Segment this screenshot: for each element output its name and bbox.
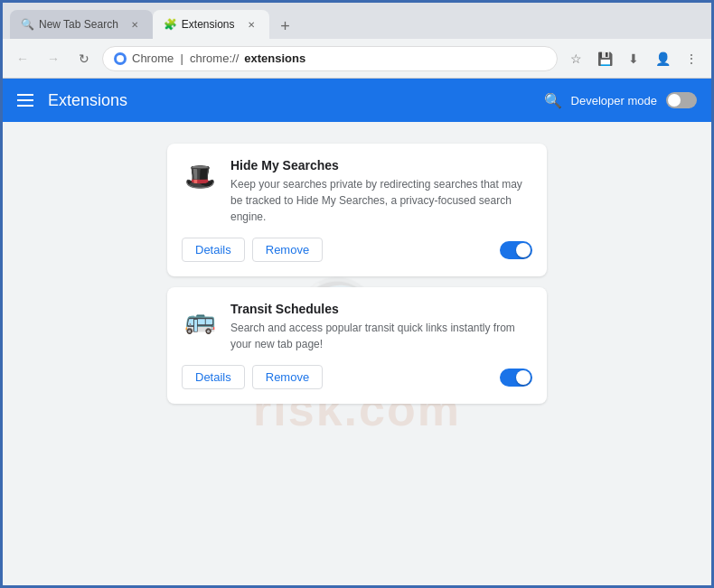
ext-card-top: 🚌 Transit Schedules Search and access po… xyxy=(182,302,532,352)
ext-card-bottom-2: Details Remove xyxy=(182,365,532,389)
puzzle-icon: 🧩 xyxy=(164,18,176,31)
hamburger-menu[interactable] xyxy=(17,94,33,107)
ext-toggle-2[interactable] xyxy=(500,369,532,387)
ext-icon-2: 🚌 xyxy=(182,302,218,338)
menu-dots-icon[interactable]: ⋮ xyxy=(679,46,704,71)
ext-card-bottom-1: Details Remove xyxy=(182,238,532,262)
tab-close-button[interactable]: ✕ xyxy=(127,17,142,32)
search-icon: 🔍 xyxy=(21,18,33,31)
address-bold: extensions xyxy=(244,51,305,65)
ext-info-1: Hide My Searches Keep your searches priv… xyxy=(230,158,532,225)
extensions-list: 🎩 Hide My Searches Keep your searches pr… xyxy=(167,144,547,404)
tab-label: New Tab Search xyxy=(39,18,118,31)
toolbar-icons: ☆ 💾 ⬇ 👤 ⋮ xyxy=(563,46,704,71)
hamburger-line xyxy=(17,99,33,101)
tab-new-tab-search[interactable]: 🔍 New Tab Search ✕ xyxy=(10,10,153,39)
ext-description-2: Search and access popular transit quick … xyxy=(230,320,532,352)
hamburger-line xyxy=(17,94,33,96)
browser-window: 🔍 New Tab Search ✕ 🧩 Extensions ✕ + ← → … xyxy=(0,0,714,588)
tab-bar: 🔍 New Tab Search ✕ 🧩 Extensions ✕ + xyxy=(3,3,711,39)
back-button[interactable]: ← xyxy=(10,46,35,71)
ext-details-button-2[interactable]: Details xyxy=(182,365,245,389)
new-tab-button[interactable]: + xyxy=(273,14,298,39)
ext-details-button-1[interactable]: Details xyxy=(182,238,245,262)
address-bar[interactable]: Chrome | chrome://extensions xyxy=(102,46,558,71)
app-title: Extensions xyxy=(48,91,530,110)
toggle-knob xyxy=(668,94,681,107)
tab-close-button[interactable]: ✕ xyxy=(244,17,258,32)
ext-remove-button-1[interactable]: Remove xyxy=(252,238,323,262)
developer-mode-label: Developer mode xyxy=(571,94,657,107)
hamburger-line xyxy=(17,105,33,107)
bookmark-icon[interactable]: ☆ xyxy=(563,46,588,71)
refresh-button[interactable]: ↻ xyxy=(71,46,97,71)
address-bar-area: ← → ↻ Chrome | chrome://extensions ☆ 💾 ⬇… xyxy=(3,39,711,79)
search-icon[interactable]: 🔍 xyxy=(544,92,562,109)
developer-mode-toggle[interactable] xyxy=(666,92,697,108)
app-header: Extensions 🔍 Developer mode xyxy=(3,79,711,122)
tab-label: Extensions xyxy=(182,18,235,31)
forward-button[interactable]: → xyxy=(41,46,66,71)
save-icon[interactable]: 💾 xyxy=(592,46,617,71)
header-right: 🔍 Developer mode xyxy=(544,92,697,109)
ext-description-1: Keep your searches private by redirectin… xyxy=(230,176,532,225)
extension-card-2: 🚌 Transit Schedules Search and access po… xyxy=(167,287,547,404)
toggle-knob xyxy=(516,243,531,257)
ext-remove-button-2[interactable]: Remove xyxy=(252,365,323,389)
ext-name-1: Hide My Searches xyxy=(230,158,532,173)
address-prefix: Chrome | chrome:// xyxy=(132,51,239,65)
chrome-logo xyxy=(114,52,127,65)
main-content: 🔍 risk.com 🎩 Hide My Searches Keep your … xyxy=(3,122,711,585)
tab-extensions[interactable]: 🧩 Extensions ✕ xyxy=(153,10,269,39)
ext-info-2: Transit Schedules Search and access popu… xyxy=(230,302,532,352)
ext-toggle-1[interactable] xyxy=(500,241,532,259)
ext-name-2: Transit Schedules xyxy=(230,302,532,316)
ext-card-top: 🎩 Hide My Searches Keep your searches pr… xyxy=(182,158,532,225)
toggle-knob xyxy=(516,370,531,385)
profile-icon[interactable]: 👤 xyxy=(650,46,675,71)
ext-icon-1: 🎩 xyxy=(182,158,218,194)
extension-card-1: 🎩 Hide My Searches Keep your searches pr… xyxy=(167,144,547,276)
download-icon[interactable]: ⬇ xyxy=(621,46,646,71)
